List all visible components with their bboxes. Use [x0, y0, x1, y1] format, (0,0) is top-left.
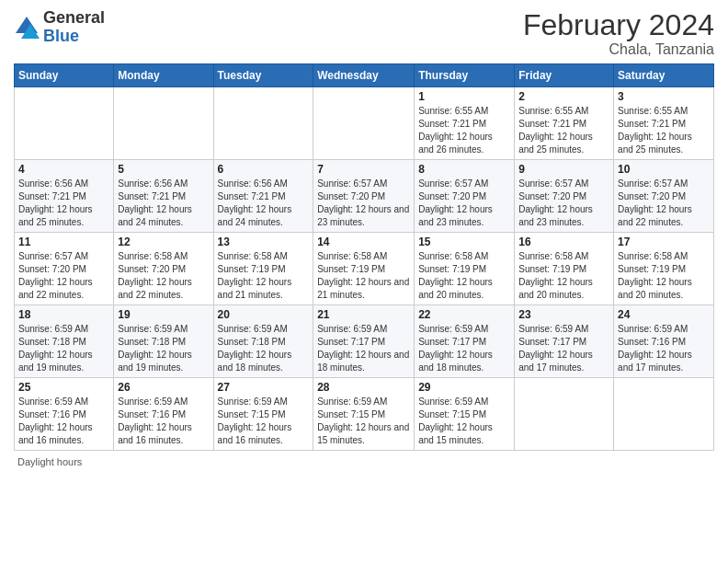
calendar-cell: 1Sunrise: 6:55 AM Sunset: 7:21 PM Daylig…	[415, 87, 515, 160]
day-info: Sunrise: 6:58 AM Sunset: 7:19 PM Dayligh…	[317, 250, 410, 302]
day-info: Sunrise: 6:58 AM Sunset: 7:19 PM Dayligh…	[618, 250, 710, 302]
day-number: 1	[418, 90, 510, 103]
calendar-cell: 19Sunrise: 6:59 AM Sunset: 7:18 PM Dayli…	[114, 305, 213, 378]
day-number: 20	[218, 308, 310, 321]
calendar-cell	[515, 378, 614, 451]
weekday-header-row: SundayMondayTuesdayWednesdayThursdayFrid…	[15, 64, 714, 87]
calendar-cell: 14Sunrise: 6:58 AM Sunset: 7:19 PM Dayli…	[313, 233, 415, 305]
weekday-thursday: Thursday	[415, 64, 515, 87]
calendar-cell: 20Sunrise: 6:59 AM Sunset: 7:18 PM Dayli…	[213, 305, 313, 378]
calendar-cell: 7Sunrise: 6:57 AM Sunset: 7:20 PM Daylig…	[313, 160, 415, 233]
calendar-location: Chala, Tanzania	[523, 41, 714, 58]
day-number: 5	[118, 163, 209, 176]
logo-text: General Blue	[43, 9, 105, 46]
day-info: Sunrise: 6:59 AM Sunset: 7:15 PM Dayligh…	[218, 396, 310, 447]
day-number: 4	[18, 163, 109, 176]
calendar-cell: 15Sunrise: 6:58 AM Sunset: 7:19 PM Dayli…	[415, 233, 515, 305]
day-info: Sunrise: 6:59 AM Sunset: 7:16 PM Dayligh…	[18, 396, 109, 447]
calendar-cell: 23Sunrise: 6:59 AM Sunset: 7:17 PM Dayli…	[515, 305, 614, 378]
calendar-cell	[114, 87, 213, 160]
day-number: 12	[118, 236, 209, 248]
day-info: Sunrise: 6:58 AM Sunset: 7:20 PM Dayligh…	[118, 250, 209, 302]
day-info: Sunrise: 6:59 AM Sunset: 7:18 PM Dayligh…	[118, 323, 209, 374]
footer: Daylight hours	[14, 456, 714, 467]
weekday-monday: Monday	[114, 64, 213, 87]
day-number: 18	[18, 308, 109, 321]
calendar-cell	[614, 378, 714, 451]
day-info: Sunrise: 6:59 AM Sunset: 7:18 PM Dayligh…	[18, 323, 109, 374]
day-number: 16	[518, 236, 609, 248]
day-number: 21	[317, 308, 410, 321]
day-info: Sunrise: 6:55 AM Sunset: 7:21 PM Dayligh…	[618, 105, 710, 156]
day-info: Sunrise: 6:57 AM Sunset: 7:20 PM Dayligh…	[518, 178, 609, 229]
day-info: Sunrise: 6:59 AM Sunset: 7:15 PM Dayligh…	[317, 396, 410, 447]
page: General Blue February 2024 Chala, Tanzan…	[0, 0, 728, 477]
logo: General Blue	[14, 9, 105, 46]
day-info: Sunrise: 6:55 AM Sunset: 7:21 PM Dayligh…	[418, 105, 510, 156]
day-number: 15	[418, 236, 510, 248]
day-info: Sunrise: 6:57 AM Sunset: 7:20 PM Dayligh…	[618, 178, 710, 229]
day-number: 28	[317, 381, 410, 394]
weekday-sunday: Sunday	[15, 64, 114, 87]
calendar-cell: 2Sunrise: 6:55 AM Sunset: 7:21 PM Daylig…	[515, 87, 614, 160]
calendar-cell: 16Sunrise: 6:58 AM Sunset: 7:19 PM Dayli…	[515, 233, 614, 305]
calendar-cell: 13Sunrise: 6:58 AM Sunset: 7:19 PM Dayli…	[213, 233, 313, 305]
day-number: 22	[418, 308, 510, 321]
day-number: 27	[218, 381, 310, 394]
day-info: Sunrise: 6:57 AM Sunset: 7:20 PM Dayligh…	[418, 178, 510, 229]
day-info: Sunrise: 6:56 AM Sunset: 7:21 PM Dayligh…	[18, 178, 109, 229]
day-number: 26	[118, 381, 209, 394]
day-number: 29	[418, 381, 510, 394]
calendar-cell: 10Sunrise: 6:57 AM Sunset: 7:20 PM Dayli…	[614, 160, 714, 233]
calendar-cell	[313, 87, 415, 160]
day-info: Sunrise: 6:58 AM Sunset: 7:19 PM Dayligh…	[418, 250, 510, 302]
day-number: 13	[218, 236, 310, 248]
day-info: Sunrise: 6:56 AM Sunset: 7:21 PM Dayligh…	[218, 178, 310, 229]
day-number: 7	[317, 163, 410, 176]
day-info: Sunrise: 6:59 AM Sunset: 7:18 PM Dayligh…	[218, 323, 310, 374]
calendar-cell	[213, 87, 313, 160]
day-number: 10	[618, 163, 710, 176]
calendar-table: SundayMondayTuesdayWednesdayThursdayFrid…	[14, 63, 714, 451]
day-number: 23	[518, 308, 609, 321]
day-info: Sunrise: 6:58 AM Sunset: 7:19 PM Dayligh…	[218, 250, 310, 302]
daylight-label: Daylight hours	[17, 456, 82, 467]
calendar-cell: 9Sunrise: 6:57 AM Sunset: 7:20 PM Daylig…	[515, 160, 614, 233]
title-block: February 2024 Chala, Tanzania	[523, 9, 714, 58]
day-info: Sunrise: 6:56 AM Sunset: 7:21 PM Dayligh…	[118, 178, 209, 229]
calendar-cell: 25Sunrise: 6:59 AM Sunset: 7:16 PM Dayli…	[15, 378, 114, 451]
day-number: 17	[618, 236, 710, 248]
calendar-cell: 24Sunrise: 6:59 AM Sunset: 7:16 PM Dayli…	[614, 305, 714, 378]
week-row-3: 11Sunrise: 6:57 AM Sunset: 7:20 PM Dayli…	[15, 233, 714, 305]
header: General Blue February 2024 Chala, Tanzan…	[14, 9, 714, 58]
day-number: 3	[618, 90, 710, 103]
weekday-wednesday: Wednesday	[313, 64, 415, 87]
calendar-cell: 27Sunrise: 6:59 AM Sunset: 7:15 PM Dayli…	[213, 378, 313, 451]
calendar-cell: 26Sunrise: 6:59 AM Sunset: 7:16 PM Dayli…	[114, 378, 213, 451]
day-number: 2	[518, 90, 609, 103]
calendar-cell: 4Sunrise: 6:56 AM Sunset: 7:21 PM Daylig…	[15, 160, 114, 233]
calendar-cell: 11Sunrise: 6:57 AM Sunset: 7:20 PM Dayli…	[15, 233, 114, 305]
day-info: Sunrise: 6:57 AM Sunset: 7:20 PM Dayligh…	[317, 178, 410, 229]
week-row-5: 25Sunrise: 6:59 AM Sunset: 7:16 PM Dayli…	[15, 378, 714, 451]
logo-icon	[14, 15, 40, 40]
week-row-1: 1Sunrise: 6:55 AM Sunset: 7:21 PM Daylig…	[15, 87, 714, 160]
week-row-4: 18Sunrise: 6:59 AM Sunset: 7:18 PM Dayli…	[15, 305, 714, 378]
calendar-cell	[15, 87, 114, 160]
logo-general: General	[43, 9, 105, 28]
day-number: 24	[618, 308, 710, 321]
calendar-cell: 6Sunrise: 6:56 AM Sunset: 7:21 PM Daylig…	[213, 160, 313, 233]
calendar-cell: 8Sunrise: 6:57 AM Sunset: 7:20 PM Daylig…	[415, 160, 515, 233]
day-number: 14	[317, 236, 410, 248]
calendar-cell: 5Sunrise: 6:56 AM Sunset: 7:21 PM Daylig…	[114, 160, 213, 233]
day-info: Sunrise: 6:58 AM Sunset: 7:19 PM Dayligh…	[518, 250, 609, 302]
calendar-cell: 18Sunrise: 6:59 AM Sunset: 7:18 PM Dayli…	[15, 305, 114, 378]
day-number: 11	[18, 236, 109, 248]
day-info: Sunrise: 6:59 AM Sunset: 7:16 PM Dayligh…	[618, 323, 710, 374]
calendar-title: February 2024	[523, 9, 714, 41]
day-number: 8	[418, 163, 510, 176]
calendar-cell: 21Sunrise: 6:59 AM Sunset: 7:17 PM Dayli…	[313, 305, 415, 378]
day-info: Sunrise: 6:55 AM Sunset: 7:21 PM Dayligh…	[518, 105, 609, 156]
weekday-tuesday: Tuesday	[213, 64, 313, 87]
day-number: 9	[518, 163, 609, 176]
